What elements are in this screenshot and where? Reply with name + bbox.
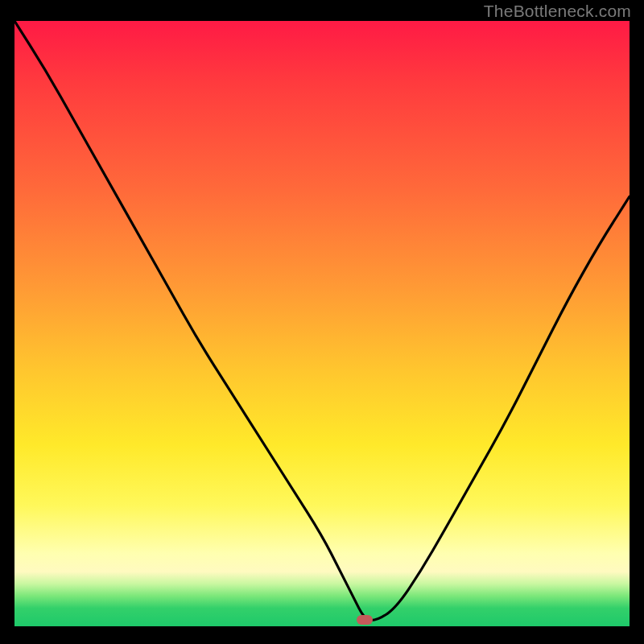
plot-area — [14, 21, 630, 626]
chart-stage: TheBottleneck.com — [0, 0, 644, 644]
bottleneck-curve — [14, 21, 630, 626]
watermark-text: TheBottleneck.com — [484, 2, 631, 21]
optimal-marker — [357, 615, 373, 625]
